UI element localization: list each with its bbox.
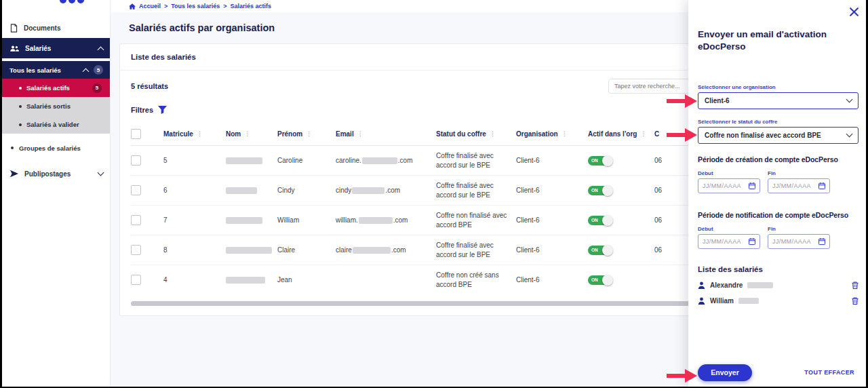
column-nom[interactable]: Nom⋮	[226, 130, 277, 138]
sort-icon[interactable]: ⋮	[490, 130, 496, 137]
sidebar-item-salaries[interactable]: Salariés	[0, 38, 110, 58]
row-checkbox[interactable]	[131, 245, 141, 255]
trash-icon[interactable]	[852, 297, 859, 305]
logo-dot	[60, 0, 66, 3]
statut-select-label: Sélectionner le statut du coffre	[698, 119, 859, 125]
trash-icon[interactable]	[852, 282, 859, 289]
cell-prenom: William	[277, 216, 336, 224]
organisation-select[interactable]: Client-6	[698, 92, 859, 109]
cell-statut: Coffre finalisé avec accord sur le BPE	[436, 241, 516, 259]
calendar-icon[interactable]	[818, 238, 825, 245]
chevron-down-icon	[98, 170, 104, 176]
creation-start-date-input[interactable]: JJ/MM/AAAA	[698, 178, 760, 193]
redacted-email	[352, 187, 384, 194]
sidebar-item-tous-les-salaries[interactable]: Tous les salariés 5	[0, 61, 110, 79]
count-badge: 5	[94, 65, 103, 75]
calendar-icon[interactable]	[818, 182, 825, 189]
select-all-checkbox[interactable]	[131, 129, 141, 139]
redacted-name	[738, 298, 759, 304]
panel-footer: Envoyer TOUT EFFACER	[688, 358, 868, 387]
row-checkbox[interactable]	[131, 185, 141, 195]
column-email[interactable]: Email⋮	[336, 130, 436, 138]
activation-email-panel: Envoyer un email d'activation eDocPerso …	[688, 0, 868, 388]
list-item: Alexandre	[698, 282, 859, 289]
active-toggle[interactable]: ON	[588, 275, 608, 285]
creation-period-heading: Période de création de compte eDocPerso	[698, 155, 859, 163]
cell-email: caroline..com	[336, 157, 436, 164]
row-checkbox[interactable]	[131, 155, 141, 166]
statut-select[interactable]: Coffre non finalisé avec accord BPE	[698, 127, 859, 144]
bullet-icon	[19, 87, 22, 90]
sort-icon[interactable]: ⋮	[197, 130, 203, 137]
sidebar-item-publipostages[interactable]: Publipostages	[0, 163, 110, 184]
redacted-name	[747, 282, 773, 288]
column-actif[interactable]: Actif dans l'org⋮	[588, 130, 654, 138]
cell-statut: Coffre non finalisé avec accord BPE	[436, 211, 516, 229]
redacted-email	[359, 217, 393, 224]
creation-end-date-input[interactable]: JJ/MM/AAAA	[768, 178, 830, 193]
close-icon[interactable]	[849, 7, 859, 17]
salarie-name: William	[710, 297, 734, 305]
sidebar-item-groupes[interactable]: Groupes de salariés	[0, 138, 110, 158]
cell-matricule: 6	[163, 187, 226, 194]
sidebar-item-label: Tous les salariés	[9, 66, 61, 74]
sort-icon[interactable]: ⋮	[640, 130, 646, 137]
debut-label: Début	[698, 226, 760, 232]
toggle-knob	[602, 185, 613, 196]
breadcrumb-home[interactable]: Accueil	[139, 3, 161, 9]
row-checkbox[interactable]	[131, 215, 141, 225]
filter-funnel-icon	[158, 106, 167, 114]
active-toggle[interactable]: ON	[588, 186, 608, 195]
send-button[interactable]: Envoyer	[698, 364, 752, 381]
logo-dot	[68, 0, 75, 3]
breadcrumb-level1[interactable]: Tous les salariés	[171, 3, 220, 9]
column-organisation[interactable]: Organisation⋮	[516, 130, 588, 138]
home-icon	[129, 3, 136, 9]
sidebar-item-salaries-a-valider[interactable]: Salariés à valider	[0, 115, 110, 134]
clear-all-button[interactable]: TOUT EFFACER	[800, 368, 859, 376]
sidebar-item-label: Salariés	[25, 45, 51, 52]
active-toggle[interactable]: ON	[588, 216, 608, 225]
fin-label: Fin	[768, 226, 830, 232]
document-icon	[9, 24, 18, 33]
sort-icon[interactable]: ⋮	[561, 130, 568, 137]
active-toggle[interactable]: ON	[588, 246, 608, 255]
notification-start-date-input[interactable]: JJ/MM/AAAA	[698, 234, 760, 249]
person-icon	[698, 282, 705, 289]
active-toggle[interactable]: ON	[588, 156, 608, 166]
sort-icon[interactable]: ⋮	[357, 130, 363, 137]
cell-organisation: Client-6	[516, 246, 588, 254]
chevron-down-icon	[846, 131, 853, 138]
column-statut[interactable]: Statut du coffre⋮	[436, 130, 516, 138]
redacted-name	[226, 157, 262, 164]
bullet-icon	[19, 123, 22, 126]
sidebar-item-label: Salariés à valider	[26, 121, 79, 128]
cell-organisation: Client-6	[516, 157, 588, 164]
sort-icon[interactable]: ⋮	[306, 130, 312, 137]
column-prenom[interactable]: Prénom⋮	[277, 130, 336, 138]
logo-dot	[77, 0, 84, 3]
app-screen: Documents Salariés Tous les salariés 5 S…	[0, 0, 868, 388]
redacted-name	[226, 217, 262, 224]
cell-organisation: Client-6	[516, 187, 588, 194]
calendar-icon[interactable]	[749, 182, 755, 189]
column-matricule[interactable]: Matricule⋮	[163, 130, 226, 138]
cell-prenom: Jean	[277, 276, 336, 284]
sort-icon[interactable]: ⋮	[244, 130, 250, 137]
results-count: 5 résultats	[131, 82, 168, 90]
breadcrumb-current: Salariés actifs	[230, 3, 271, 9]
breadcrumb-separator: >	[164, 3, 167, 9]
calendar-icon[interactable]	[749, 238, 755, 245]
creation-period-row: Début JJ/MM/AAAA Fin JJ/MM/AAAA	[698, 170, 859, 193]
row-checkbox[interactable]	[131, 275, 141, 285]
sidebar-item-salaries-actifs[interactable]: Salariés actifs 5	[0, 79, 110, 97]
sidebar-item-salaries-sortis[interactable]: Salariés sortis	[0, 97, 110, 115]
chevron-up-icon	[98, 46, 104, 53]
cell-matricule: 4	[163, 276, 226, 284]
sidebar: Documents Salariés Tous les salariés 5 S…	[0, 0, 111, 388]
notification-period-heading: Période de notification de compte eDocPe…	[698, 211, 859, 219]
sidebar-item-documents[interactable]: Documents	[0, 18, 110, 38]
notification-end-date-input[interactable]: JJ/MM/AAAA	[768, 234, 830, 249]
fin-label: Fin	[768, 170, 830, 176]
people-icon	[9, 45, 20, 52]
